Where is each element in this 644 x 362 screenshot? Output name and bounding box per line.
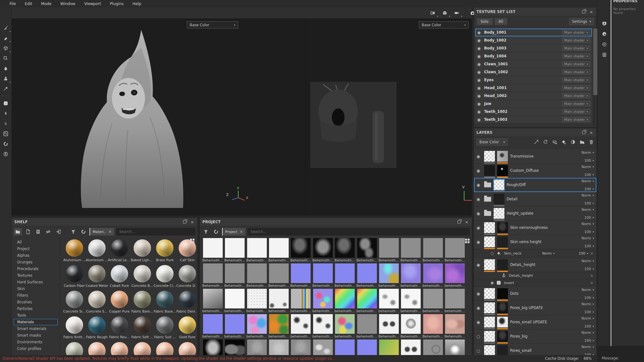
refresh-icon[interactable] (79, 228, 88, 236)
effect-update-icon[interactable] (543, 139, 548, 145)
clone-tool-icon[interactable]: ▾ (1, 74, 10, 83)
close-panel-icon[interactable]: × (589, 9, 594, 14)
material-item[interactable]: Human Eye... (176, 342, 196, 355)
material-item[interactable]: Fabric Deni... (176, 291, 196, 313)
close-panel-icon[interactable]: × (589, 130, 594, 135)
plugin-s-icon[interactable]: S (1, 119, 10, 128)
material-item[interactable]: Fabric Rough (86, 316, 108, 339)
project-resource-item[interactable]: Behemoth_... (268, 339, 290, 355)
blend-mode-dropdown[interactable]: Norm▾ (582, 316, 594, 320)
shelf-search-input[interactable] (116, 228, 195, 236)
view-3d-toggle-icon[interactable]: ▾ (441, 10, 449, 16)
blend-mode-dropdown[interactable]: Norm▾ (582, 165, 594, 169)
visibility-radio-icon[interactable]: ◉ (477, 117, 484, 122)
visibility-radio-icon[interactable]: ◉ (477, 86, 484, 90)
project-resource-item[interactable]: behemoth_... (202, 314, 224, 338)
remove-effect-icon[interactable]: × (590, 281, 593, 285)
layer-row[interactable]: ◉TransmissiveNorm▾ 100▾ (474, 149, 596, 164)
shelf-category-skin[interactable]: Skin (14, 286, 58, 292)
layer-visibility-icon[interactable]: ◉ (476, 183, 484, 187)
shelf-category-hard-surfaces[interactable]: Hard Surfaces (14, 279, 58, 285)
material-item[interactable]: Human Ch... (154, 342, 176, 355)
project-resource-item[interactable]: behemoth_... (290, 289, 312, 313)
menu-help[interactable]: Help (128, 0, 145, 7)
layer-visibility-icon[interactable]: ◉ (476, 225, 484, 230)
channel-select-2d[interactable]: Base Color ▾ (419, 21, 469, 29)
material-item[interactable]: Fabric Soft ... (131, 316, 154, 339)
layer-row[interactable]: ○Pores_smallNorm▾ 100▾ (474, 344, 596, 355)
blend-mode-dropdown[interactable]: Norm▾ (582, 236, 594, 240)
material-item[interactable]: Cobalt Pure (108, 265, 131, 288)
project-resource-item[interactable]: Behemoth_... (356, 238, 378, 262)
model-3d-bust[interactable] (74, 29, 204, 209)
close-panel-icon[interactable]: × (190, 219, 195, 224)
project-resource-item[interactable]: behemoth_... (444, 289, 466, 313)
project-resource-item[interactable]: Behemoth_... (444, 339, 466, 355)
chip-close-icon[interactable]: × (240, 229, 243, 234)
layer-thumbnail[interactable] (484, 331, 495, 342)
shader-select-button[interactable]: Main shader ▾ (562, 109, 590, 114)
material-item[interactable]: Fabric Rou... (108, 316, 131, 339)
history-icon[interactable] (601, 41, 608, 48)
layer-visibility-icon[interactable]: ◉ (476, 291, 484, 296)
project-resource-item[interactable]: Behemoth_... (312, 263, 334, 288)
layer-thumbnail[interactable] (484, 222, 495, 233)
blend-mode-dropdown[interactable]: Norm▾ (582, 151, 594, 155)
layer-visibility-icon[interactable]: ○ (476, 334, 484, 339)
shader-select-button[interactable]: Main shader ▾ (562, 30, 590, 35)
texture-set-row[interactable]: ◉ Eyes Main shader ▾ (475, 76, 592, 84)
material-item[interactable]: Baked Light... (131, 239, 154, 262)
material-item[interactable]: Artificial Lea... (108, 239, 131, 262)
shader-select-button[interactable]: Main shader ▾ (562, 38, 590, 43)
material-item[interactable]: Concrete Si... (63, 291, 86, 313)
project-resource-item[interactable]: Behemoth_... (334, 238, 356, 262)
shader-select-button[interactable]: Main shader ▾ (562, 61, 590, 67)
projection-tool-icon[interactable]: ▾ (1, 44, 10, 53)
grid-view-icon[interactable] (190, 239, 195, 243)
layer-thumbnail[interactable] (484, 259, 495, 270)
texture-set-row[interactable]: ◉ Teeth_1003 Main shader ▾ (475, 116, 592, 124)
project-resource-item[interactable]: Behemoth_... (268, 238, 290, 262)
project-resource-item[interactable]: Behemoth_... (422, 238, 444, 262)
project-resource-item[interactable]: behemoth_... (312, 289, 334, 313)
material-item[interactable]: Carbon Fiber (63, 265, 86, 288)
visibility-radio-icon[interactable]: ◉ (477, 30, 484, 35)
project-resource-item[interactable]: behemoth_... (400, 263, 422, 288)
project-resource-item[interactable]: behemoth_... (246, 289, 268, 313)
menu-viewport[interactable]: Viewport (80, 0, 105, 7)
filter-icon[interactable] (69, 228, 77, 236)
eraser-tool-icon[interactable]: ▾ (1, 34, 10, 42)
shelf-category-textures[interactable]: Textures (14, 272, 58, 279)
layer-row[interactable]: ◉Height_updateNorm▾ 100▾ (474, 206, 596, 221)
add-fill-layer-icon[interactable] (561, 139, 566, 145)
blend-mode-dropdown[interactable]: Norm▾ (582, 208, 594, 212)
shelf-category-materials[interactable]: Materials (14, 319, 58, 325)
project-resource-item[interactable]: Behemoth_... (246, 263, 268, 288)
layer-thumbnail[interactable] (497, 151, 508, 162)
layer-thumbnail[interactable] (497, 317, 508, 327)
menu-mode[interactable]: Mode (36, 0, 56, 7)
layer-row[interactable]: ◉DetailNorm▾ 100▾ (474, 192, 596, 206)
filter-icon[interactable] (202, 228, 210, 236)
project-resource-item[interactable]: Behemoth_... (312, 339, 334, 355)
shader-select-button[interactable]: Main shader ▾ (562, 54, 590, 59)
layer-row[interactable]: ◉DotsNorm▾ 100▾ (474, 287, 596, 301)
texture-set-row[interactable]: ◉ Body_1001 Main shader ▾ (475, 29, 592, 36)
layer-row[interactable]: ◉Rough/DiffNorm▾ 100▾ (474, 178, 596, 192)
shader-select-button[interactable]: Main shader ▾ (562, 77, 590, 82)
project-resource-item[interactable]: behemoth_... (268, 314, 290, 338)
blend-mode-dropdown[interactable]: Norm▾ (582, 345, 594, 349)
delete-layer-icon[interactable] (589, 139, 594, 145)
shelf-folder-view-icon[interactable] (14, 228, 22, 236)
project-resource-item[interactable]: Behemoth_... (422, 339, 444, 355)
project-resource-item[interactable]: Behemoth_... (268, 263, 290, 288)
material-item[interactable]: Fabric Knitt... (63, 316, 86, 339)
project-resource-item[interactable]: Behemoth_... (400, 339, 422, 355)
project-resource-item[interactable]: Behemoth_... (378, 339, 400, 355)
shelf-category-filters[interactable]: Filters (14, 292, 58, 299)
shelf-category-alphas[interactable]: Alphas (14, 252, 58, 259)
material-item[interactable]: Fabric Bam... (131, 291, 154, 313)
opacity-dropdown[interactable]: 100▾ (584, 201, 594, 205)
settings-dropdown[interactable]: Settings ▾ (569, 18, 594, 25)
layer-thumbnail[interactable] (484, 317, 495, 327)
